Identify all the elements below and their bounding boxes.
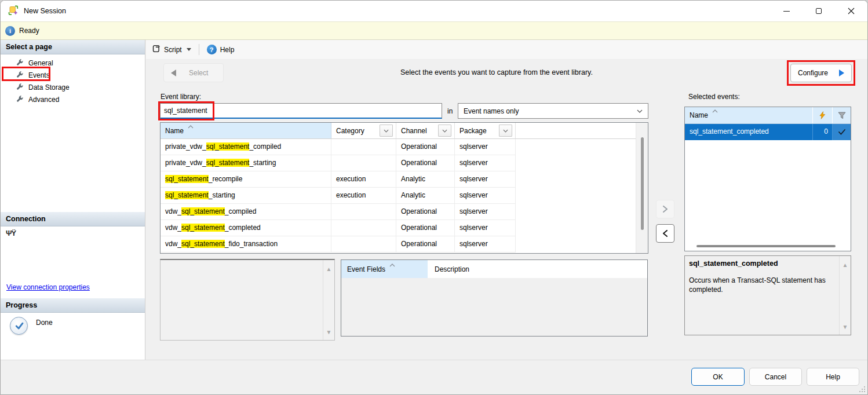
sidebar-item-label: Data Storage [28,83,70,92]
column-header-category[interactable]: Category [331,123,396,138]
scroll-down-icon[interactable]: ▼ [840,324,851,330]
column-header-name[interactable]: Name [161,123,331,138]
script-toolbar: Script ? Help [146,40,867,60]
cancel-button[interactable]: Cancel [749,368,802,386]
column-header-event-fields[interactable]: Event Fields [341,260,428,278]
column-header-label: Description [435,265,469,273]
chevron-down-icon [442,129,447,133]
chevron-down-icon [637,109,643,113]
grid-vertical-scrollbar[interactable] [636,123,648,253]
chevron-down-icon [503,129,508,133]
panel-scrollbar[interactable]: ▲ ▼ [323,260,334,340]
close-button[interactable] [835,1,867,21]
event-description-panel-empty: ▲ ▼ [160,259,335,341]
event-row[interactable]: private_vdw_sql_statement_compiled Opera… [161,139,636,155]
help-icon: ? [207,45,217,54]
minimize-button[interactable] [770,1,803,21]
match-highlight: sql_statement [181,207,225,215]
category-filter-button[interactable] [380,125,393,137]
column-header-channel[interactable]: Channel [396,123,455,138]
scroll-up-icon[interactable]: ▲ [323,266,334,272]
description-title: sql_statement_completed [689,259,836,268]
sidebar-item-data-storage[interactable]: Data Storage [1,81,145,93]
connection-header: Connection [1,212,145,226]
description-text: Occurs when a Transact-SQL statement has… [689,276,836,294]
selected-event-description-panel: sql_statement_completed Occurs when a Tr… [684,255,851,335]
search-scope-value: Event names only [464,107,519,115]
select-back-button[interactable]: Select [163,63,224,82]
match-highlight: sql_statement [165,191,209,199]
column-header-label: Package [459,127,487,135]
info-icon: i [5,26,15,36]
event-library-grid: Name Category Channel Package private_vd… [160,122,648,254]
search-scope-dropdown[interactable]: Event names only [458,103,648,119]
filter-column-header[interactable] [832,107,851,123]
remove-event-button[interactable] [656,224,674,243]
sidebar-item-label: Advanced [28,96,59,104]
chevron-down-icon[interactable] [187,48,191,51]
column-header-label: Category [336,127,364,135]
package-filter-button[interactable] [499,125,512,137]
event-row[interactable]: vdw_sql_statement_compiled Operational s… [161,204,636,220]
instruction-text: Select the events you want to capture fr… [400,68,593,76]
column-header-description[interactable]: Description [428,260,513,278]
selected-event-action-count: 0 [812,124,832,140]
channel-filter-button[interactable] [438,125,451,137]
sidebar-item-general[interactable]: General [1,57,145,69]
help-button[interactable]: Help [807,368,859,386]
column-header-label: Name [690,111,708,119]
maximize-button[interactable] [803,1,835,21]
column-header-label: Event Fields [347,265,385,273]
ok-button[interactable]: OK [691,368,745,386]
in-label: in [447,107,453,115]
sort-ascending-icon [389,264,395,267]
match-highlight: sql_statement [181,240,225,248]
column-header-package[interactable]: Package [455,123,516,138]
panel-scrollbar[interactable]: ▲ ▼ [839,256,851,335]
sidebar-item-advanced[interactable]: Advanced [1,93,145,105]
sort-ascending-icon [712,109,718,113]
status-bar: i Ready [1,21,867,40]
wrench-icon [16,59,24,67]
status-message: Ready [19,27,39,35]
sort-ascending-icon [188,125,194,129]
event-search-input[interactable] [161,104,442,118]
selected-column-header-name[interactable]: Name [685,107,812,123]
column-header-filler [516,123,636,138]
footer-divider [1,360,867,360]
event-row[interactable]: sql_statement_starting execution Analyti… [161,188,636,204]
scrollbar-thumb[interactable] [641,137,644,230]
event-row[interactable]: vdw_sql_statement_completed Operational … [161,220,636,236]
selected-event-name: sql_statement_completed [685,124,812,140]
selected-events-label: Selected events: [688,93,740,101]
add-event-button[interactable] [656,200,674,218]
help-button[interactable]: Help [220,46,235,54]
event-row[interactable]: private_vdw_sql_statement_starting Opera… [161,155,636,171]
select-a-page-header: Select a page [1,40,145,54]
selected-event-row[interactable]: sql_statement_completed 0 [685,124,851,140]
sidebar: Select a page General Events Data Storag… [1,40,145,360]
sidebar-item-label: General [28,59,53,67]
configure-button[interactable]: Configure [790,64,852,82]
event-row[interactable]: sql_statement_recompile execution Analyt… [161,171,636,188]
script-button[interactable]: Script [164,46,182,54]
scroll-up-icon[interactable]: ▲ [840,262,851,268]
event-row[interactable]: vdw_sql_statement_fido_transaction Opera… [161,236,636,253]
resize-grip[interactable] [859,386,866,393]
app-icon [8,5,19,17]
wrench-icon [16,83,24,91]
window-title: New Session [24,7,66,15]
toolbar-divider [199,44,199,55]
select-back-label: Select [189,69,208,77]
scroll-down-icon[interactable]: ▼ [323,329,334,335]
sidebar-item-events[interactable]: Events [1,69,145,81]
configure-label: Configure [798,69,828,77]
horizontal-scrollbar-thumb[interactable] [696,245,836,247]
lightning-icon [819,111,826,119]
done-check-icon [10,317,28,335]
actions-column-header[interactable] [812,107,832,123]
view-connection-properties-link[interactable]: View connection properties [6,283,90,291]
chevron-right-icon [663,206,668,213]
new-session-dialog: New Session i Ready Select a page Genera… [0,0,868,395]
sidebar-item-label: Events [28,71,50,79]
